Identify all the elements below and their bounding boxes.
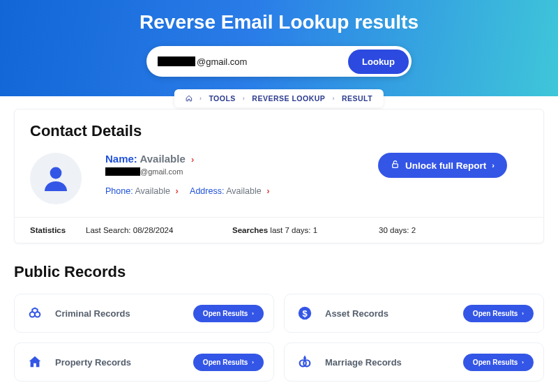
address-link[interactable]: Address: Available › (190, 186, 269, 196)
contact-info: Name: Available › @gmail.com Phone: Avai… (105, 153, 378, 196)
public-records-heading: Public Records (14, 263, 544, 281)
breadcrumb-item[interactable]: REVERSE LOOKUP (252, 94, 325, 103)
searches-30d-stat: 30 days: 2 (379, 226, 416, 234)
lock-icon (391, 160, 400, 171)
name-label: Name: (105, 153, 137, 165)
house-icon (24, 352, 45, 372)
stats-label: Statistics (30, 226, 86, 234)
last-search-stat: Last Search: 08/28/2024 (86, 226, 232, 234)
email-suffix: @gmail.com (140, 167, 183, 176)
chevron-right-icon: › (243, 95, 246, 102)
records-grid: Criminal Records Open Results › $ Asset … (0, 294, 558, 392)
breadcrumb-item[interactable]: RESULT (342, 94, 372, 103)
statistics-bar: Statistics Last Search: 08/28/2024 Searc… (15, 217, 543, 243)
breadcrumb: › TOOLS › REVERSE LOOKUP › RESULT (174, 89, 384, 107)
contact-details-card: Contact Details Name: Available › @gmail… (14, 109, 544, 243)
svg-text:$: $ (302, 308, 307, 319)
open-results-button[interactable]: Open Results › (193, 354, 264, 371)
redacted-email-prefix (105, 167, 140, 176)
unlock-report-button[interactable]: Unlock full Report › (378, 153, 507, 178)
svg-rect-1 (393, 164, 398, 167)
home-icon[interactable] (186, 95, 193, 102)
record-asset: $ Asset Records Open Results › (284, 294, 544, 333)
breadcrumb-item[interactable]: TOOLS (209, 94, 235, 103)
open-results-button[interactable]: Open Results › (463, 354, 534, 371)
record-marriage: Marriage Records Open Results › (284, 342, 544, 382)
chevron-right-icon: › (175, 186, 178, 196)
hero-banner: Reverse Email Lookup results @gmail.com … (0, 0, 558, 96)
lookup-button[interactable]: Lookup (348, 50, 409, 74)
dollar-icon: $ (294, 303, 315, 324)
name-value: Available (140, 153, 185, 165)
record-criminal: Criminal Records Open Results › (14, 294, 274, 333)
handcuffs-icon (24, 303, 45, 324)
open-results-button[interactable]: Open Results › (193, 305, 264, 322)
record-label: Asset Records (325, 308, 463, 319)
chevron-right-icon: › (492, 161, 495, 169)
rings-icon (294, 352, 315, 372)
record-label: Criminal Records (55, 308, 193, 319)
unlock-label: Unlock full Report (405, 160, 486, 171)
chevron-right-icon: › (522, 310, 524, 317)
chevron-right-icon: › (252, 310, 254, 317)
email-row: @gmail.com (105, 167, 378, 176)
address-value: Available (226, 186, 262, 196)
chevron-right-icon: › (191, 154, 194, 165)
search-bar[interactable]: @gmail.com Lookup (146, 46, 412, 77)
redacted-email-prefix (158, 56, 195, 66)
address-label: Address: (190, 186, 224, 196)
name-row[interactable]: Name: Available › (105, 153, 378, 165)
contact-heading: Contact Details (15, 122, 543, 149)
avatar (30, 153, 82, 204)
phone-value: Available (135, 186, 170, 196)
phone-link[interactable]: Phone: Available › (105, 186, 181, 196)
record-property: Property Records Open Results › (14, 342, 274, 382)
svg-point-2 (30, 312, 35, 317)
chevron-right-icon: › (522, 359, 524, 365)
chevron-right-icon: › (199, 95, 202, 102)
phone-label: Phone: (105, 186, 133, 196)
record-label: Property Records (55, 357, 193, 368)
phone-address-row: Phone: Available › Address: Available › (105, 186, 378, 196)
open-results-button[interactable]: Open Results › (463, 305, 534, 322)
searches-7d-stat: Searches last 7 days: 1 (232, 226, 379, 234)
search-email-suffix: @gmail.com (195, 56, 348, 67)
svg-point-3 (35, 312, 40, 317)
chevron-right-icon: › (266, 186, 269, 196)
chevron-right-icon: › (252, 359, 254, 365)
chevron-right-icon: › (332, 95, 335, 102)
page-title: Reverse Email Lookup results (0, 11, 558, 33)
person-silhouette-icon (39, 162, 73, 195)
record-label: Marriage Records (325, 357, 463, 368)
svg-point-0 (50, 167, 62, 179)
